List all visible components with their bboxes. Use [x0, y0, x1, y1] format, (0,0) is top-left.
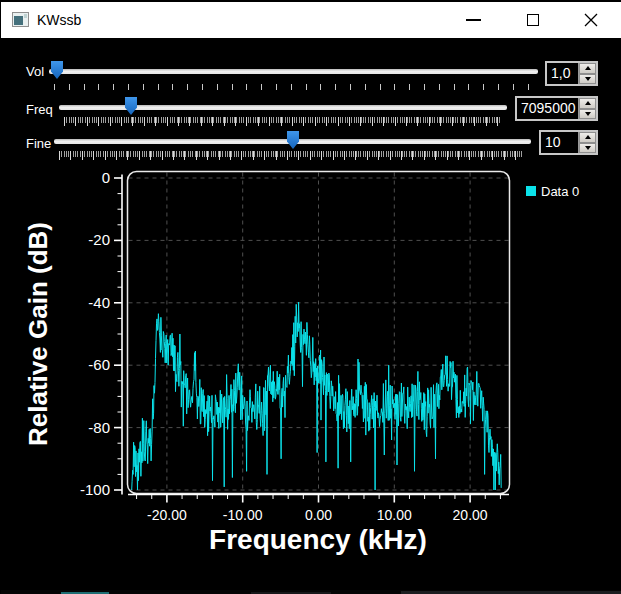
legend-swatch-icon — [526, 186, 536, 196]
titlebar: KWssb — [1, 0, 621, 38]
app-icon — [12, 12, 29, 27]
minimize-button[interactable] — [448, 2, 498, 38]
app-window: KWssb Vol 1,0 Freq 7095000 — [0, 0, 621, 594]
vol-spinbox-buttons — [578, 63, 596, 84]
close-button[interactable] — [566, 2, 616, 38]
maximize-icon — [527, 14, 539, 26]
freq-spinbox[interactable]: 7095000 — [515, 96, 598, 121]
vol-slider-handle[interactable] — [51, 61, 63, 79]
freq-label: Freq — [26, 102, 53, 117]
bottom-edge-sliver — [1, 590, 621, 594]
legend-label: Data 0 — [541, 184, 579, 199]
fine-spinbox-buttons — [578, 132, 596, 153]
y-tick-label: -40 — [88, 294, 110, 311]
minimize-icon — [466, 19, 481, 21]
vol-spinbox-down-button[interactable] — [579, 74, 596, 85]
fine-slider-handle[interactable] — [287, 131, 299, 149]
x-tick-label: 0.00 — [305, 507, 332, 523]
legend-item-data0[interactable]: Data 0 — [526, 184, 579, 199]
vol-slider-ticks — [54, 84, 533, 90]
vol-spinbox[interactable]: 1,0 — [545, 61, 598, 86]
up-arrow-icon — [585, 66, 591, 70]
down-arrow-icon — [585, 77, 591, 81]
fine-spinbox-value[interactable]: 10 — [541, 132, 578, 153]
y-axis-title: Relative Gain (dB) — [23, 222, 53, 446]
x-tick-label: 10.00 — [377, 507, 412, 523]
freq-slider-ticks — [64, 117, 501, 126]
down-arrow-icon — [585, 112, 591, 116]
x-tick-label: -20.00 — [147, 507, 187, 523]
y-tick-label: -80 — [88, 419, 110, 436]
fine-spinbox-down-button[interactable] — [579, 143, 596, 154]
vol-label: Vol — [26, 64, 44, 79]
vol-slider-track[interactable] — [49, 69, 538, 74]
x-tick-label: -10.00 — [223, 507, 263, 523]
fine-spinbox[interactable]: 10 — [539, 130, 598, 155]
x-axis-title: Frequency (kHz) — [209, 524, 427, 555]
freq-slider-handle[interactable] — [125, 97, 137, 115]
y-tick-label: 0 — [102, 169, 110, 186]
window-title: KWssb — [37, 12, 81, 28]
vol-spinbox-value[interactable]: 1,0 — [547, 63, 578, 84]
freq-spinbox-value[interactable]: 7095000 — [517, 98, 578, 119]
up-arrow-icon — [585, 101, 591, 105]
freq-spinbox-up-button[interactable] — [579, 98, 596, 109]
fine-slider-ticks — [59, 151, 524, 160]
close-icon — [583, 12, 599, 28]
fine-label: Fine — [26, 136, 51, 151]
down-arrow-icon — [585, 146, 591, 150]
vol-spinbox-up-button[interactable] — [579, 63, 596, 74]
freq-spinbox-buttons — [578, 98, 596, 119]
x-tick-label: 20.00 — [453, 507, 488, 523]
y-tick-label: -100 — [80, 481, 110, 498]
y-tick-label: -60 — [88, 356, 110, 373]
maximize-button[interactable] — [508, 2, 558, 38]
fine-spinbox-up-button[interactable] — [579, 132, 596, 143]
up-arrow-icon — [585, 135, 591, 139]
spectrum-plot: 0-20-40-60-80-100-20.00-10.000.0010.0020… — [1, 168, 621, 594]
y-tick-label: -20 — [88, 231, 110, 248]
freq-spinbox-down-button[interactable] — [579, 109, 596, 120]
